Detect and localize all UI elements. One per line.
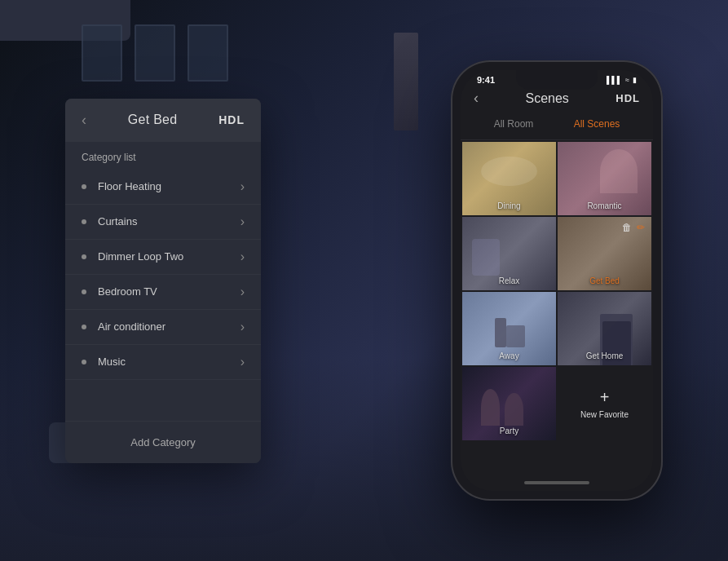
scene-get-bed-label: Get Bed (558, 276, 651, 285)
main-content: ‹ Get Bed HDL Category list Floor Heatin… (0, 0, 728, 561)
scene-dining-label: Dining (462, 201, 556, 210)
chevron-right-icon: › (240, 285, 245, 299)
add-category-button[interactable]: Add Category (65, 421, 261, 463)
category-item-dimmer-loop-two[interactable]: Dimmer Loop Two › (65, 240, 261, 275)
bullet-icon (82, 184, 86, 189)
scenes-header: ‹ Scenes HDL (461, 86, 653, 113)
bullet-icon (82, 325, 86, 329)
scene-relax[interactable]: Relax (462, 217, 556, 290)
chevron-right-icon: › (240, 320, 245, 334)
wifi-icon: ≈ (625, 76, 629, 84)
status-icons: ▌▌▌ ≈ ▮ (607, 76, 637, 84)
scenes-title: Scenes (525, 91, 568, 106)
category-item-bedroom-tv[interactable]: Bedroom TV › (65, 275, 261, 310)
scene-get-bed-icons: 🗑 ✏ (622, 222, 645, 233)
chevron-right-icon: › (240, 179, 245, 194)
scenes-tabs: All Room All Scenes (461, 113, 653, 140)
bullet-icon (82, 289, 86, 294)
trash-icon[interactable]: 🗑 (622, 222, 632, 233)
scene-romantic[interactable]: Romantic (558, 142, 651, 215)
item-label: Dimmer Loop Two (98, 250, 240, 263)
item-label: Air conditioner (98, 320, 240, 333)
chevron-right-icon: › (240, 355, 245, 369)
scene-away-label: Away (462, 351, 556, 360)
scene-romantic-label: Romantic (558, 201, 651, 210)
scenes-brand: HDL (615, 92, 640, 104)
bullet-icon (82, 360, 86, 364)
phone-mockup: 9:41 ▌▌▌ ≈ ▮ ‹ Scenes HDL All Room All S… (451, 60, 663, 501)
home-indicator (524, 481, 589, 484)
scene-relax-label: Relax (462, 276, 556, 285)
category-label: Category list (65, 142, 261, 170)
scene-dining[interactable]: Dining (462, 142, 556, 215)
scene-get-home[interactable]: Get Home (558, 292, 651, 365)
category-list: Floor Heating › Curtains › Dimmer Loop T… (65, 170, 261, 380)
tab-all-scenes[interactable]: All Scenes (567, 117, 627, 131)
panel-spacer (65, 380, 261, 404)
bullet-icon (82, 254, 86, 259)
phone-screen: 9:41 ▌▌▌ ≈ ▮ ‹ Scenes HDL All Room All S… (461, 70, 653, 491)
status-time: 9:41 (477, 75, 495, 85)
item-label: Curtains (98, 215, 240, 227)
chevron-right-icon: › (240, 214, 245, 229)
category-item-curtains[interactable]: Curtains › (65, 205, 261, 240)
new-favorite-content: + New Favorite (558, 367, 651, 440)
tab-all-room[interactable]: All Room (488, 117, 540, 131)
battery-icon: ▮ (633, 76, 637, 84)
scene-get-bed[interactable]: 🗑 ✏ Get Bed (558, 217, 651, 290)
item-label: Music (98, 356, 240, 368)
edit-icon[interactable]: ✏ (637, 222, 645, 233)
signal-icon: ▌▌▌ (607, 76, 622, 84)
scenes-back-button[interactable]: ‹ (474, 90, 479, 107)
category-item-music[interactable]: Music › (65, 345, 261, 380)
left-panel: ‹ Get Bed HDL Category list Floor Heatin… (65, 99, 261, 463)
category-item-air-conditioner[interactable]: Air conditioner › (65, 310, 261, 345)
item-label: Floor Heating (98, 180, 240, 192)
panel-brand: HDL (218, 113, 245, 126)
back-button[interactable]: ‹ (82, 112, 86, 129)
plus-icon: + (600, 388, 610, 407)
scene-grid: Dining Romantic Relax (461, 140, 653, 442)
category-item-floor-heating[interactable]: Floor Heating › (65, 170, 261, 205)
scene-new-favorite[interactable]: + New Favorite (558, 367, 651, 440)
bullet-icon (82, 219, 86, 224)
scene-party-label: Party (462, 426, 556, 435)
panel-title: Get Bed (128, 113, 178, 127)
new-favorite-label: New Favorite (580, 410, 629, 419)
scene-get-home-label: Get Home (558, 351, 651, 360)
phone-notch (516, 70, 598, 90)
chevron-right-icon: › (240, 250, 245, 264)
scene-party[interactable]: Party (462, 367, 556, 440)
item-label: Bedroom TV (98, 285, 240, 298)
scene-away[interactable]: Away (462, 292, 556, 365)
panel-header: ‹ Get Bed HDL (65, 99, 261, 142)
